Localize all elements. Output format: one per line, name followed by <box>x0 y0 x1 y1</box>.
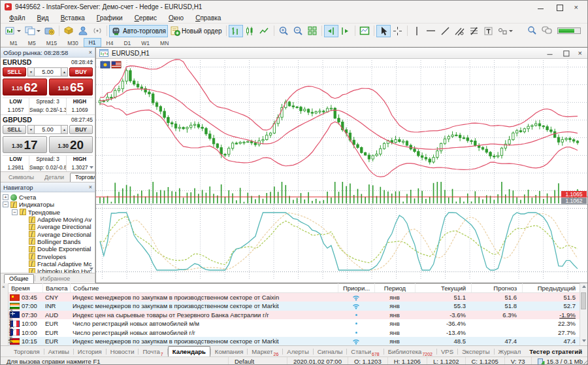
navigator-tab-Общие[interactable]: Общие <box>4 274 34 283</box>
calendar-row[interactable]: 10:00EURЧисло регистраций новых автомоби… <box>8 319 581 328</box>
market-watch-tab-Символы[interactable]: Символы <box>4 173 39 182</box>
sell-button[interactable]: SELL <box>3 67 26 77</box>
expand-toggle-icon[interactable]: + <box>3 194 8 200</box>
new-chart-button[interactable] <box>3 25 23 37</box>
toolbox-tab-Библиотека[interactable]: Библиотека7202 <box>384 347 436 356</box>
auto-scroll-button[interactable] <box>338 25 353 37</box>
column-actual[interactable]: Текущий <box>415 283 471 292</box>
column-priority[interactable]: Приори... <box>338 283 374 292</box>
calendar-row[interactable]: 07:30AUDИндекс цен на сырьевые товары от… <box>8 311 581 319</box>
volume-increase-button[interactable]: ▲ <box>61 125 68 134</box>
chart-shift-button[interactable] <box>324 25 338 37</box>
minimize-button[interactable] <box>538 4 544 10</box>
tree-item-Bollinger Bands[interactable]: Bollinger Bands <box>1 238 95 245</box>
toolbox-tab-Сигналы[interactable]: Сигналы <box>314 347 347 356</box>
timeframe-M5[interactable]: M5 <box>23 38 41 47</box>
buy-button[interactable]: BUY <box>69 67 93 77</box>
toolbox-tab-Эксперты[interactable]: Эксперты <box>458 347 494 356</box>
price-chart[interactable]: 1.10651.1062 <box>96 59 588 282</box>
tile-windows-button[interactable] <box>305 25 319 37</box>
status-profile[interactable]: Default <box>228 357 287 365</box>
favorites-book-button[interactable] <box>61 25 76 37</box>
bar-chart-mode-button[interactable] <box>229 25 243 37</box>
new-order-button[interactable]: Новый ордер <box>168 25 224 37</box>
sell-button[interactable]: SELL <box>3 125 26 134</box>
column-forecast[interactable]: Прогноз <box>471 283 522 292</box>
toolbox-tab-VPS[interactable]: VPS <box>437 347 457 356</box>
tree-item-Average Directional[interactable]: Average Directional <box>1 223 95 230</box>
search-icon[interactable] <box>527 26 536 36</box>
horizontal-line-tool-button[interactable] <box>424 25 438 37</box>
tree-item-Adaptive Moving Av[interactable]: Adaptive Moving Av <box>1 216 95 223</box>
menu-item-Окно[interactable]: Окно <box>163 14 189 22</box>
toolbox-tab-Статьи[interactable]: Статьи678 <box>347 347 383 356</box>
timeframe-H1[interactable]: H1 <box>84 38 101 47</box>
column-period[interactable]: Период <box>374 283 415 292</box>
strategy-tester-link[interactable]: Тестер стратегий <box>529 348 588 355</box>
expand-toggle-icon[interactable]: − <box>12 209 18 215</box>
toolbox-tab-Журнал[interactable]: Журнал <box>495 347 525 356</box>
toolbox-tab-Маркет[interactable]: Маркет26 <box>248 347 282 356</box>
timeframe-M15[interactable]: M15 <box>41 38 63 47</box>
calendar-row[interactable]: 10:15EURИндекс менеджеров по закупкам в … <box>8 337 581 345</box>
close-icon[interactable]: × <box>89 49 92 56</box>
cursor-tool-button[interactable] <box>376 25 391 37</box>
close-icon[interactable]: × <box>89 184 92 190</box>
scroll-up-icon[interactable] <box>90 60 93 62</box>
toolbox-tab-Почта[interactable]: Почта7 <box>139 347 167 356</box>
scroll-down-icon[interactable] <box>90 166 93 169</box>
ask-price-box[interactable]: 1.3020 <box>49 136 93 153</box>
timeframe-W1[interactable]: W1 <box>136 38 155 47</box>
chart-titlebar[interactable]: EURUSD,H1 × <box>96 48 588 59</box>
calendar-row[interactable]: 07:00INRИндекс менеджеров по закупкам в … <box>8 302 581 310</box>
history-center-button[interactable] <box>42 25 57 37</box>
volume-increase-button[interactable]: ▲ <box>61 67 68 77</box>
expand-toggle-icon[interactable]: − <box>3 201 8 207</box>
line-chart-mode-button[interactable] <box>257 25 272 37</box>
toolbox-tab-Алерты[interactable]: Алерты <box>283 347 312 356</box>
channel-tool-button[interactable] <box>453 25 467 37</box>
auto-trading-button[interactable]: Авто-торговля <box>109 25 168 37</box>
scroll-up-icon[interactable] <box>582 285 586 288</box>
column-time[interactable]: Время <box>8 283 42 292</box>
profiles-button[interactable] <box>23 25 42 37</box>
crosshair-tool-button[interactable] <box>391 25 405 37</box>
navigator-tab-Избранное[interactable]: Избранное <box>36 275 75 283</box>
minimize-button[interactable] <box>547 50 553 56</box>
text-tool-button[interactable] <box>482 25 496 37</box>
tree-item-Envelopes[interactable]: Envelopes <box>1 252 95 260</box>
timeframe-D1[interactable]: D1 <box>118 38 136 47</box>
toolbox-tab-Компания[interactable]: Компания <box>211 347 247 356</box>
timeframe-H4[interactable]: H4 <box>101 38 119 47</box>
close-button[interactable]: × <box>578 50 582 56</box>
menu-item-Графики[interactable]: Графики <box>91 14 129 22</box>
buy-button[interactable]: BUY <box>69 125 93 134</box>
ask-price-box[interactable]: 1.1065 <box>49 78 93 96</box>
calendar-scrollbar[interactable] <box>580 283 587 345</box>
toolbox-tab-История[interactable]: История <box>74 347 106 356</box>
column-previous[interactable]: Предыдущий <box>522 283 581 292</box>
calendar-row[interactable]: 03:45CNYИндекс менеджеров по закупкам в … <box>8 293 581 302</box>
zoom-out-button[interactable] <box>291 25 305 37</box>
tree-item-Fractal Adaptive Mc[interactable]: Fractal Adaptive Mc <box>1 260 95 268</box>
close-icon[interactable]: × <box>2 284 5 290</box>
tree-item-Счета[interactable]: +Счета <box>1 194 95 201</box>
menu-item-Вид[interactable]: Вид <box>31 14 55 22</box>
toolbox-tab-Торговля[interactable]: Торговля <box>10 347 44 356</box>
close-button[interactable]: × <box>574 4 578 10</box>
toolbox-tab-Календарь[interactable]: Календарь <box>168 346 210 357</box>
shapes-tool-button[interactable] <box>496 25 515 37</box>
menu-item-Справка[interactable]: Справка <box>189 14 227 22</box>
candlestick-mode-button[interactable] <box>243 25 257 37</box>
community-user-button[interactable] <box>76 25 90 37</box>
scrollbar-thumb[interactable] <box>581 292 586 309</box>
tree-item-Индикаторы[interactable]: −Индикаторы <box>1 201 95 208</box>
tree-item-Ichimoku Kinko Hyc[interactable]: Ichimoku Kinko Hyc <box>1 268 95 273</box>
volume-decrease-button[interactable]: ▼ <box>27 67 35 77</box>
scroll-down-icon[interactable] <box>582 339 586 342</box>
column-currency[interactable]: Валюта <box>42 283 70 292</box>
column-event[interactable]: Событие <box>70 283 338 292</box>
timeframe-M1[interactable]: M1 <box>5 38 23 47</box>
scroll-down-icon[interactable] <box>90 268 93 270</box>
toolbox-tab-Активы[interactable]: Активы <box>44 347 73 356</box>
